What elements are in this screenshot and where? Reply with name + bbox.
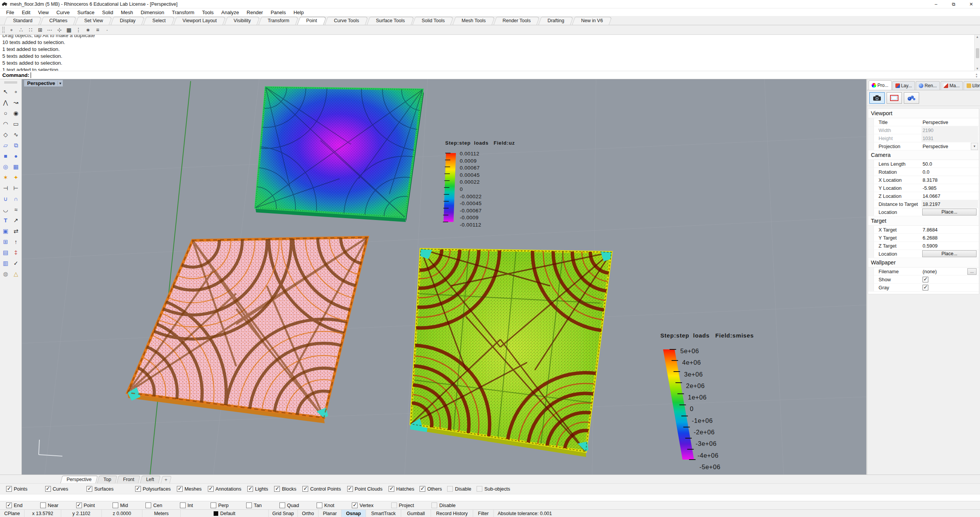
command-history[interactable]: Drag objects, tap Alt to make a duplicat… (0, 35, 980, 71)
extrude-icon[interactable]: ↑ (11, 236, 21, 247)
checkbox[interactable] (208, 486, 214, 492)
menu-item[interactable]: Transform (168, 8, 198, 16)
viewport-tab[interactable]: Left (141, 476, 160, 483)
single-point-icon[interactable]: ∘ (7, 26, 16, 34)
toolbar-tab[interactable]: Render Tools (495, 17, 538, 25)
array-icon[interactable]: ▤ (1, 247, 11, 258)
text-icon[interactable]: T (1, 215, 11, 225)
copy-icon[interactable]: ▣ (1, 226, 11, 236)
z-target-value[interactable]: 0.5909 (921, 242, 978, 250)
surface-icon[interactable]: ▱ (1, 140, 11, 150)
new-viewport-tab-button[interactable]: + (162, 476, 171, 483)
explode-icon[interactable]: ✶ (1, 172, 11, 183)
polyline-icon[interactable]: ⋀ (1, 97, 11, 108)
filter-item[interactable]: Control Points (302, 486, 341, 492)
checkbox[interactable] (113, 502, 118, 508)
fillet-icon[interactable]: ◡ (1, 204, 11, 215)
menu-item[interactable]: Panels (267, 8, 290, 16)
checkbox[interactable] (391, 502, 397, 508)
statusbar-item[interactable]: CPlane (0, 510, 24, 517)
chevron-down-icon[interactable]: ▾ (971, 143, 978, 150)
statusbar-item[interactable]: y 2.1102 (61, 510, 102, 517)
object-snap-properties-button[interactable] (904, 92, 919, 104)
closest-point-icon[interactable]: ∗ (83, 26, 93, 34)
checkbox[interactable] (274, 486, 280, 492)
statusbar-item[interactable]: x 13.5792 (24, 510, 61, 517)
camera-place-button[interactable]: Place... (922, 209, 977, 215)
command-scrollbar[interactable]: ▲ ▼ (974, 35, 980, 71)
wallpaper-filename-value[interactable]: (none) (923, 269, 937, 274)
checkbox[interactable] (135, 486, 141, 492)
extract-points-icon[interactable]: ⋮ (74, 26, 83, 34)
box-icon[interactable]: ■ (1, 151, 11, 161)
mirror-icon[interactable]: ⇄ (11, 226, 21, 236)
rotation-value[interactable]: 0.0 (921, 168, 978, 176)
toolbar-tab[interactable]: Mesh Tools (454, 17, 493, 25)
trim-icon[interactable]: ⊣ (1, 183, 11, 193)
statusbar-item[interactable]: z 0.0000 (102, 510, 142, 517)
checkbox[interactable] (247, 486, 253, 492)
filter-item[interactable]: Hatches (389, 486, 414, 492)
checkbox[interactable] (40, 502, 46, 508)
osnap-item[interactable]: Mid (113, 502, 128, 508)
toolbar-tab[interactable]: Viewport Layout (175, 17, 224, 25)
checkbox[interactable] (352, 502, 358, 508)
checkbox[interactable] (177, 486, 183, 492)
smash-icon[interactable]: ✦ (11, 172, 21, 183)
surface-patch-icon[interactable]: ⧉ (11, 140, 21, 150)
browse-button[interactable]: ... (967, 268, 977, 275)
point-grid-array-icon[interactable]: ▦ (64, 26, 74, 34)
checkbox[interactable] (389, 486, 394, 492)
statusbar-item[interactable]: Meters (142, 510, 181, 517)
blend-curve-icon[interactable]: ≈ (11, 204, 21, 215)
restore-button[interactable]: ⧉ (945, 0, 962, 8)
toolbar-grip[interactable] (2, 27, 5, 33)
statusbar-item[interactable]: Filter (473, 510, 494, 517)
osnap-item[interactable]: Project (391, 502, 414, 508)
checkbox[interactable] (431, 502, 437, 508)
menu-item[interactable]: Analyze (217, 8, 243, 16)
x-location-value[interactable]: 8.3178 (921, 176, 978, 184)
split-icon[interactable]: ⊢ (11, 183, 21, 193)
osnap-item[interactable]: Near (40, 502, 59, 508)
osnap-item[interactable]: Int (180, 502, 193, 508)
boolean-union-icon[interactable]: ∪ (1, 194, 11, 204)
menu-item[interactable]: Help (290, 8, 308, 16)
checkbox[interactable] (45, 486, 51, 492)
statusbar-item[interactable]: Record History (431, 510, 473, 517)
statusbar-item[interactable]: Ortho (298, 510, 318, 517)
toolbar-tab[interactable]: Visibility (226, 17, 258, 25)
points-on-curve-icon[interactable]: ⋯ (45, 26, 54, 34)
statusbar-item[interactable]: Absolute tolerance: 0.001 (494, 510, 980, 517)
checkbox[interactable] (211, 502, 216, 508)
control-point-curve-icon[interactable]: ↝ (11, 97, 21, 108)
scroll-thumb[interactable] (976, 48, 979, 58)
gray-checkbox[interactable] (923, 285, 928, 290)
viewport-tab[interactable]: Front (118, 476, 139, 483)
polygon-icon[interactable]: ◇ (1, 129, 11, 140)
checkbox[interactable] (420, 486, 425, 492)
filter-item[interactable]: Surfaces (87, 486, 114, 492)
osnap-item[interactable]: End (6, 502, 23, 508)
render-preview-icon[interactable]: △ (11, 269, 21, 279)
checkbox[interactable] (246, 502, 252, 508)
filter-item[interactable]: Point Clouds (347, 486, 383, 492)
toolbar-tab[interactable]: Curve Tools (326, 17, 367, 25)
filter-item[interactable]: Meshes (177, 486, 202, 492)
select-icon[interactable]: ↖ (1, 86, 11, 97)
minimize-button[interactable]: – (927, 0, 945, 8)
osnap-item[interactable]: Vertex (352, 502, 373, 508)
toolbar-tab[interactable]: Point (299, 17, 325, 25)
scroll-down-icon[interactable]: ▼ (976, 67, 979, 71)
menu-item[interactable]: Curve (52, 8, 74, 16)
checkbox[interactable] (347, 486, 353, 492)
point-icon[interactable]: ∘ (11, 86, 21, 97)
x-target-value[interactable]: 7.8684 (921, 226, 978, 233)
torus-icon[interactable]: ◎ (1, 161, 11, 172)
filter-item[interactable]: Annotations (208, 486, 242, 492)
toolbar-tab[interactable]: Standard (5, 17, 40, 25)
point-grid-icon[interactable]: ⊞ (36, 26, 45, 34)
array-along-curve-icon[interactable]: ‡ (11, 247, 21, 258)
y-location-value[interactable]: -5.985 (921, 184, 978, 192)
checkbox[interactable] (279, 502, 285, 508)
